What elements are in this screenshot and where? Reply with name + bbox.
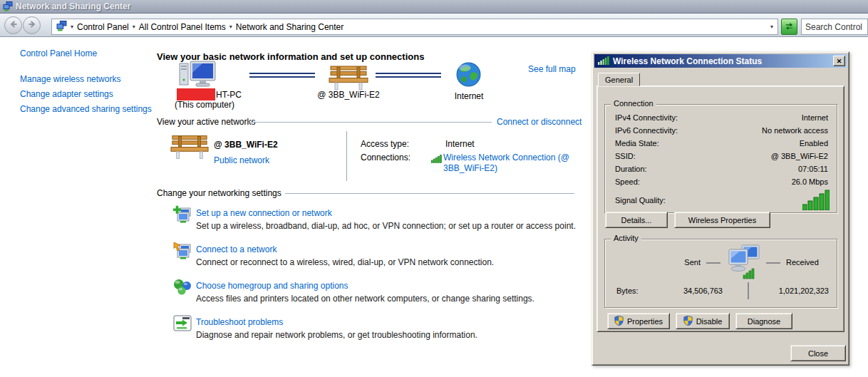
active-network-name: @ 3BB_WiFi-E2 [214,140,278,150]
activity-group-label: Activity [611,234,641,242]
connection-groupbox: Connection IPv4 Connectivity: Internet I… [604,104,837,213]
close-icon[interactable]: ✕ [833,56,845,66]
ipv4-label: IPv4 Connectivity: [615,113,678,122]
duration-value: 07:05:11 [798,165,828,173]
ipv6-label: IPv6 Connectivity: [615,126,678,135]
duration-label: Duration: [615,165,647,173]
map-internet-label: Internet [443,91,495,101]
properties-button[interactable]: Properties [607,313,670,329]
breadcrumb-network-sharing-center[interactable]: Network and Sharing Center [236,22,343,32]
refresh-icon [785,21,794,33]
chevron-down-icon[interactable]: ▾ [133,24,135,30]
this-computer-label: (This computer) [175,100,234,110]
map-link-line [249,73,315,78]
ssid-label: SSID: [615,152,636,160]
connect-to-network-link[interactable]: Connect to a network [196,244,277,254]
active-networks-section-label: View your active networks [157,117,256,127]
address-bar[interactable]: ▾ Control Panel ▾ All Control Panel Item… [51,19,778,35]
tab-general[interactable]: General [598,73,640,86]
public-network-link[interactable]: Public network [214,155,269,165]
forward-arrow-icon [27,19,37,31]
wireless-properties-button[interactable]: Wireless Properties [674,212,770,228]
dialog-titlebar: Wireless Network Connection Status ✕ [594,54,847,68]
activity-computers-icon [726,244,760,281]
diagnose-button[interactable]: Diagnose [735,313,792,329]
map-network-label: @ 3BB_WiFi-E2 [302,90,395,100]
internet-globe-icon[interactable] [456,62,481,89]
network-sharing-center-icon [56,21,67,33]
connect-to-network-icon [173,242,192,262]
troubleshoot-problems-desc: Diagnose and repair network problems, or… [196,330,581,340]
troubleshoot-problems-link[interactable]: Troubleshoot problems [196,317,283,327]
signal-quality-bars-icon [802,189,830,212]
activity-groupbox: Activity Sent Received Bytes: 34,506,763 [604,239,837,308]
connect-to-network-desc: Connect or reconnect to a wireless, wire… [196,257,581,267]
connection-group-label: Connection [611,99,656,108]
signal-quality-label: Signal Quality: [615,196,666,205]
bytes-separator [748,282,749,299]
map-link-line [376,73,441,78]
settings-section-label: Change your networking settings [157,188,281,198]
public-network-bench-icon [170,133,210,165]
homegroup-options-link[interactable]: Choose homegroup and sharing options [196,281,348,291]
window-titlebar: Network and Sharing Center [0,0,868,14]
access-type-label: Access type: [361,139,409,149]
sidebar-item-change-adapter-settings[interactable]: Change adapter settings [20,89,113,99]
setup-new-connection-link[interactable]: Set up a new connection or network [196,208,332,218]
connect-or-disconnect-link[interactable]: Connect or disconnect [497,117,582,127]
search-input[interactable] [801,19,868,35]
dialog-title: Wireless Network Connection Status [613,56,833,66]
connections-label: Connections: [361,153,410,162]
sidebar-item-control-panel-home[interactable]: Control Panel Home [20,48,97,58]
breadcrumb-control-panel[interactable]: Control Panel [77,22,129,32]
details-button[interactable]: Details... [605,212,668,228]
close-button[interactable]: Close [790,345,846,361]
received-label: Received [786,258,819,267]
signal-bars-icon [598,56,609,66]
sidebar-item-manage-wireless-networks[interactable]: Manage wireless networks [20,74,120,84]
speed-value: 26.0 Mbps [792,177,828,186]
network-sharing-center-icon [3,1,13,14]
refresh-button[interactable] [781,19,797,35]
sent-label: Sent [673,258,701,267]
access-type-value: Internet [445,139,475,149]
active-network-divider [346,131,347,181]
chevron-down-icon[interactable]: ▾ [229,24,232,30]
ssid-value: @ 3BB_WiFi-E2 [771,152,828,160]
media-state-label: Media State: [615,139,659,148]
homegroup-options-desc: Access files and printers located on oth… [196,294,581,304]
address-history-dropdown-icon[interactable]: ▾ [770,24,773,30]
computer-name-label: HT-PC [216,90,242,100]
chevron-down-icon[interactable]: ▾ [71,24,73,30]
back-arrow-icon [9,19,19,31]
breadcrumb-all-control-panel-items[interactable]: All Control Panel Items [139,22,226,32]
wireless-status-dialog: Wireless Network Connection Status ✕ Gen… [591,51,849,366]
back-button[interactable] [4,16,22,34]
troubleshoot-icon [173,314,192,335]
uac-shield-icon [683,316,693,327]
disable-button[interactable]: Disable [676,313,730,329]
toolbar: ▾ Control Panel ▾ All Control Panel Item… [0,14,868,37]
setup-new-connection-desc: Set up a wireless, broadband, dial-up, a… [196,221,581,231]
section-divider [248,122,492,123]
speed-label: Speed: [615,177,640,186]
wireless-connection-link[interactable]: Wireless Network Connection (@ 3BB_WiFi-… [443,153,579,174]
sent-dash [706,262,720,264]
sidebar-item-change-advanced-sharing-settings[interactable]: Change advanced sharing settings [20,104,152,114]
bytes-received-value: 1,021,202,323 [756,286,829,295]
signal-bars-icon [431,155,442,165]
ipv4-value: Internet [802,113,828,122]
window-title: Network and Sharing Center [16,1,130,11]
uac-shield-icon [614,316,624,327]
section-divider [285,193,574,194]
see-full-map-link[interactable]: See full map [528,64,576,74]
received-dash [766,262,780,264]
network-sharing-center-window: Network and Sharing Center ▾ Control Pan… [0,0,868,377]
bytes-label: Bytes: [616,286,639,295]
page-title: View your basic network information and … [157,51,599,62]
general-tab-panel: Connection IPv4 Connectivity: Internet I… [596,86,844,332]
forward-button[interactable] [23,16,41,34]
bytes-sent-value: 34,506,763 [648,286,723,295]
new-connection-icon [173,205,192,226]
this-computer-icon[interactable] [178,60,217,91]
